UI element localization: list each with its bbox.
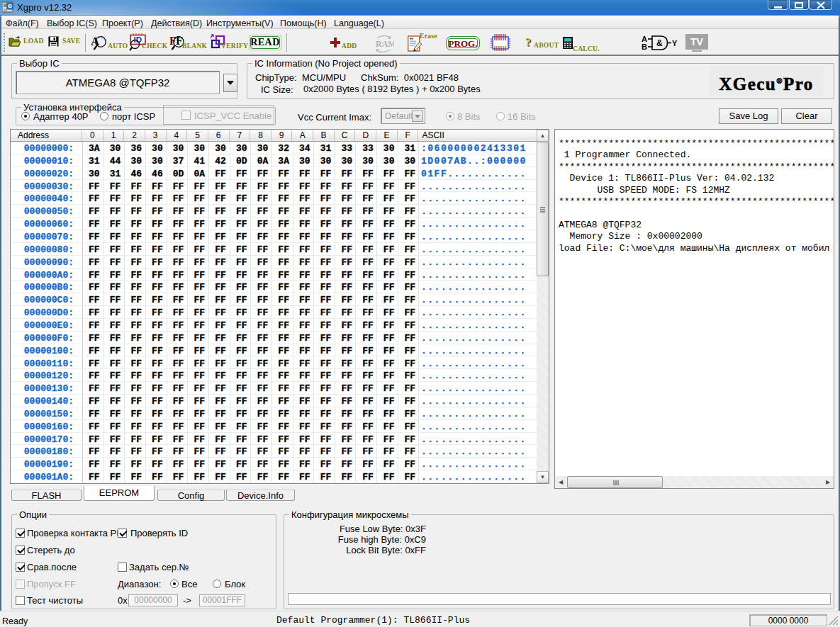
svg-text:RAM: RAM <box>376 39 394 49</box>
svg-text:&: & <box>656 38 663 48</box>
svg-text:B: B <box>642 43 647 51</box>
svg-text:Y: Y <box>672 39 678 47</box>
